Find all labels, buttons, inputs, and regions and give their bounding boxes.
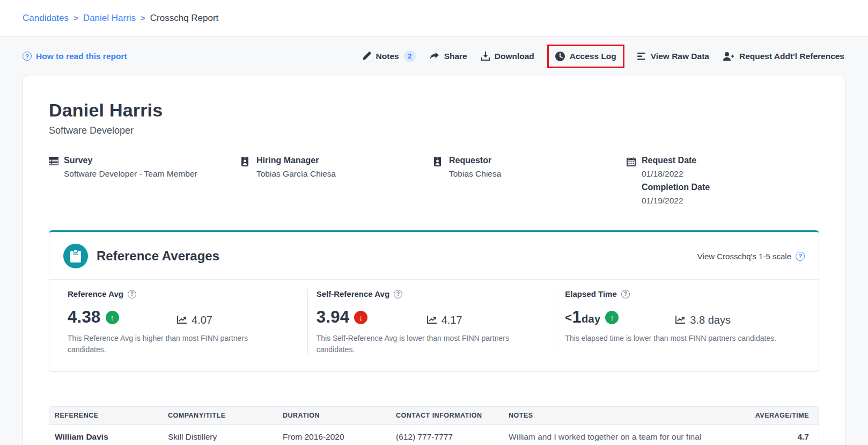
- self-reference-avg-label: Self-Reference Avg: [317, 289, 389, 298]
- clipboard-icon: [63, 244, 88, 268]
- trend-chart-icon: [427, 314, 437, 326]
- trend-down-icon: ↓: [354, 311, 367, 324]
- elapsed-time-value: <1day: [565, 308, 600, 327]
- col-notes[interactable]: NOTES: [503, 407, 729, 425]
- toolbar-actions: Notes 2 Share Download Access Log: [362, 50, 844, 63]
- access-log-button[interactable]: Access Log: [547, 45, 624, 68]
- reference-avg-label: Reference Avg: [68, 289, 123, 298]
- self-reference-avg-metric: Self-Reference Avg ? 3.94 ↓ 4.17 This Se…: [307, 289, 556, 355]
- request-date-label: Request Date: [642, 156, 710, 165]
- how-to-read-link[interactable]: ? How to read this report: [23, 52, 127, 61]
- badge-person-icon: [241, 156, 251, 206]
- reference-notes: William and I worked together on a team …: [509, 431, 724, 445]
- reference-avg-benchmark: 4.07: [177, 314, 212, 326]
- view-scale-label: View Crosschq's 1-5 scale: [697, 252, 791, 261]
- reference-name: William Davis: [55, 431, 158, 443]
- col-duration[interactable]: DURATION: [277, 407, 391, 425]
- trend-up-icon: ↑: [605, 311, 619, 324]
- report-toolbar: ? How to read this report Notes 2 Share …: [0, 37, 868, 76]
- breadcrumb-candidates[interactable]: Candidates: [23, 13, 69, 24]
- requestor-value: Tobias Chiesa: [449, 169, 501, 179]
- survey-icon: [49, 156, 58, 206]
- trend-up-icon: ↑: [106, 311, 119, 324]
- completion-date-value: 01/19/2022: [642, 196, 710, 206]
- help-circle-icon: ?: [796, 252, 805, 261]
- reference-phone: (612) 777-7777: [396, 431, 499, 443]
- help-circle-icon[interactable]: ?: [128, 290, 136, 298]
- calendar-icon: [627, 156, 636, 206]
- completion-date-label: Completion Date: [642, 183, 710, 192]
- reference-avg-benchmark-value: 4.07: [192, 314, 212, 326]
- reference-duration-length: 4 years: [283, 443, 386, 445]
- divider: [49, 279, 819, 280]
- help-circle-icon[interactable]: ?: [621, 290, 630, 298]
- view-scale-link[interactable]: View Crosschq's 1-5 scale ?: [697, 252, 805, 261]
- metrics-row: Reference Avg ? 4.38 ↑ 4.07 This Referen…: [63, 289, 805, 355]
- reference-averages-header: Reference Averages View Crosschq's 1-5 s…: [63, 244, 805, 268]
- request-references-label: Request Addt'l References: [739, 52, 844, 61]
- request-references-button[interactable]: Request Addt'l References: [723, 52, 844, 61]
- survey-label: Survey: [64, 156, 197, 165]
- reference-avg-metric: Reference Avg ? 4.38 ↑ 4.07 This Referen…: [63, 289, 307, 355]
- requestor-info: Requestor Tobias Chiesa: [434, 156, 627, 206]
- breadcrumb: Candidates > Daniel Harris > Crosschq Re…: [23, 13, 218, 24]
- share-button[interactable]: Share: [430, 52, 467, 61]
- raw-data-icon: [637, 53, 646, 60]
- reference-avg-caption: This Reference Avg is higher than most F…: [68, 333, 282, 355]
- reference-duration-range: From 2016-2020: [283, 431, 386, 443]
- help-circle-icon: ?: [23, 52, 32, 61]
- chevron-right-icon: >: [141, 13, 145, 23]
- reference-title: Student: [168, 443, 273, 445]
- elapsed-time-metric: Elapsed Time ? <1day ↑ 3.8 days This ela…: [556, 289, 805, 355]
- col-company-title[interactable]: COMPANY/TITLE: [163, 407, 277, 425]
- self-reference-avg-benchmark-value: 4.17: [442, 314, 462, 326]
- chevron-right-icon: >: [73, 13, 78, 23]
- reference-averages-card: Reference Averages View Crosschq's 1-5 s…: [49, 230, 819, 372]
- elapsed-time-benchmark: 3.8 days: [675, 314, 731, 326]
- survey-info: Survey Software Developer - Team Member: [49, 156, 241, 206]
- download-icon: [481, 52, 490, 61]
- reference-email[interactable]: amber.west@crosschq.c…: [396, 443, 499, 445]
- col-reference[interactable]: REFERENCE: [49, 407, 163, 425]
- elapsed-time-caption: This elapsed time is lower than most FIN…: [565, 333, 801, 344]
- requestor-label: Requestor: [449, 156, 501, 165]
- share-icon: [430, 52, 439, 61]
- dates-info: Request Date 01/18/2022 Completion Date …: [627, 156, 819, 206]
- reference-time: < 1 day: [734, 443, 809, 445]
- hiring-manager-info: Hiring Manager Tobias García Chiesa: [241, 156, 434, 206]
- hiring-manager-label: Hiring Manager: [256, 156, 336, 165]
- col-average-time[interactable]: AVERAGE/TIME: [729, 407, 819, 425]
- person-plus-icon: [723, 52, 734, 61]
- view-raw-data-label: View Raw Data: [651, 52, 709, 61]
- survey-value: Software Developer - Team Member: [64, 169, 197, 179]
- candidate-name: Daniel Harris: [49, 100, 819, 121]
- badge-person-icon: [434, 156, 444, 206]
- pencil-icon: [362, 52, 371, 61]
- references-table: REFERENCE COMPANY/TITLE DURATION CONTACT…: [49, 406, 819, 445]
- notes-button[interactable]: Notes 2: [362, 50, 416, 62]
- breadcrumb-bar: Candidates > Daniel Harris > Crosschq Re…: [0, 0, 868, 37]
- self-reference-avg-caption: This Self-Reference Avg is lower than mo…: [317, 333, 531, 355]
- view-raw-data-button[interactable]: View Raw Data: [637, 52, 709, 61]
- notes-count-badge: 2: [404, 50, 416, 62]
- table-row[interactable]: William Davis Coworker/Peer Skill Distil…: [49, 425, 819, 445]
- download-button[interactable]: Download: [481, 52, 534, 61]
- col-contact-information[interactable]: CONTACT INFORMATION: [391, 407, 503, 425]
- hiring-manager-value: Tobias García Chiesa: [256, 169, 336, 179]
- share-label: Share: [444, 52, 467, 61]
- reference-average: 4.7: [734, 431, 809, 443]
- access-log-label: Access Log: [570, 52, 616, 61]
- clock-icon: [555, 52, 565, 61]
- download-label: Download: [495, 52, 534, 61]
- reference-company: Skill Distillery: [168, 431, 273, 443]
- trend-chart-icon: [675, 314, 686, 326]
- how-to-read-label: How to read this report: [36, 52, 127, 61]
- reference-avg-value: 4.38: [68, 308, 101, 327]
- self-reference-avg-benchmark: 4.17: [427, 314, 462, 326]
- help-circle-icon[interactable]: ?: [394, 290, 402, 298]
- request-date-value: 01/18/2022: [642, 169, 710, 179]
- table-header-row: REFERENCE COMPANY/TITLE DURATION CONTACT…: [49, 407, 819, 425]
- elapsed-time-label: Elapsed Time: [565, 289, 616, 298]
- breadcrumb-candidate-name[interactable]: Daniel Harris: [83, 13, 136, 24]
- trend-chart-icon: [177, 314, 187, 326]
